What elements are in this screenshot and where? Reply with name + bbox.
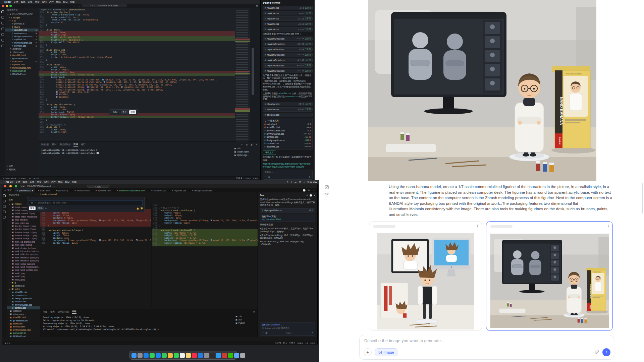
menu-view[interactable]: 查看 [35, 0, 40, 4]
file-chip[interactable]: #myWorkDetail.css+16 -16已应用 [263, 53, 313, 57]
tree-item[interactable]: ▣ detail_content_3.png [7, 212, 40, 215]
tree-item[interactable]: ▣ logo_union.svg [7, 221, 40, 224]
tree-item[interactable]: ▣ myWorkDetail.html [7, 328, 40, 331]
generated-image-card-1[interactable]: ⤓ [369, 221, 482, 331]
menu-file[interactable]: 文件 [15, 180, 20, 184]
file-chip[interactable]: #styles/portfolio.css+1 -1 [260, 208, 315, 213]
zoom-window-button[interactable] [15, 185, 17, 187]
dock-icon-wechat[interactable] [228, 353, 233, 358]
send-icon[interactable]: ➤ [309, 176, 311, 178]
tree-item[interactable]: # aboutMe.css M [5, 28, 39, 32]
editor-tab[interactable]: # myWork.html [72, 188, 93, 192]
search-icon[interactable]: ⌕ [304, 181, 305, 183]
split-terminal-icon[interactable]: ⧉ [246, 143, 248, 146]
tree-item[interactable]: # quick-push.sh [5, 69, 39, 72]
dock-icon-vscode[interactable] [216, 353, 221, 358]
menu-terminal[interactable]: 终端 [56, 0, 61, 4]
file-chip[interactable]: #aboutMe.css+26 -0已应用 [263, 107, 313, 112]
menu-run[interactable]: 运行 [51, 180, 55, 184]
close-window-button[interactable] [4, 185, 6, 187]
file-chip[interactable]: #myWork.css+15 -3已应用 [263, 22, 313, 26]
prev-diff-icon[interactable]: ↑ [111, 111, 112, 113]
changed-file-row[interactable]: #aboutMe.html+4 -4 [264, 126, 311, 129]
tree-item[interactable]: # myWork.css 1, M [5, 38, 39, 41]
changed-file-row[interactable]: #myWorkDetail.html+6 -6 [264, 129, 311, 132]
dock-icon-trash[interactable] [240, 353, 245, 358]
tree-item[interactable]: ▣ logo_text.svg [7, 218, 40, 221]
new-chat-icon[interactable]: ＋ [306, 194, 308, 197]
cursor-position-label[interactable]: 行 273，列 1 [275, 342, 287, 345]
editor-tab[interactable]: # common-components.html [115, 188, 149, 192]
menu-run[interactable]: 运行 [49, 0, 54, 4]
explorer-icon[interactable] [1, 10, 4, 13]
tree-item[interactable]: ▣ work_research_part1.png [7, 256, 40, 259]
tree-item[interactable]: ▣ work_social_app.png [7, 262, 40, 265]
dock-icon-maps[interactable] [162, 353, 167, 358]
file-chip[interactable]: #myWorkDetail.css+14 -14已应用 [263, 37, 313, 41]
file-chip[interactable]: #myWorkDetail.css+5 -9已应用 [263, 47, 313, 52]
dock-icon-calendar[interactable] [180, 353, 185, 358]
tree-item[interactable]: ▣ work2.png [7, 275, 40, 278]
terminal-session[interactable]: ▣zsh [234, 146, 254, 150]
terminal-session[interactable]: ▣zsh [235, 314, 256, 318]
file-chip[interactable]: #myWorkDetail.css+18 -18已应用 [263, 42, 313, 46]
tree-item[interactable]: ▣ work_design_tool.png [7, 246, 40, 249]
feishu-link[interactable]: https://hznm6odgvc6v.feishu.cn/wiki/YzLY… [263, 163, 313, 168]
tree-item[interactable]: ▣ myWorkDetail.css [7, 303, 40, 306]
terminal-output[interactable]: yashonzhang@Mac V1-1-20250609-local-styl… [39, 147, 260, 156]
generated-image-sora-boy[interactable] [377, 233, 474, 329]
tab-preview[interactable]: ◎预览 [2, 188, 14, 192]
encoding-label[interactable]: UTF-8 [298, 342, 304, 344]
tree-item[interactable]: ⌄ # styles [5, 25, 39, 28]
app-menu[interactable]: Qoder [4, 1, 11, 3]
menu-goto[interactable]: 转到 [44, 180, 48, 184]
tree-item[interactable]: ▣ work_wind_website.png [7, 268, 40, 272]
trash-icon[interactable]: 🗑 [251, 143, 253, 146]
model-auto-selector[interactable]: Auto ⌄ [286, 331, 293, 334]
tree-item[interactable]: ▣ work_reflection_app.png [7, 253, 40, 256]
breadcrumb[interactable]: styles› #aboutMe.css› .danmaku-section [39, 8, 235, 11]
editor-tab[interactable]: # index.html [36, 188, 54, 192]
menu-window[interactable]: 窗口 [63, 0, 68, 4]
project-search-pill[interactable]: ⌕ V1-1-20250609-local-styles [82, 4, 127, 7]
mcp-mode-chip[interactable]: @Builder with MCP ⌄ [262, 323, 313, 326]
download-icon[interactable]: ⤓ [607, 224, 609, 228]
changed-file-row[interactable]: #index.html+2 -2 [264, 123, 311, 126]
dock-icon-finder[interactable] [131, 353, 137, 358]
editor-tab[interactable]: # common.css [149, 188, 169, 192]
tree-item[interactable]: ▣ timeline_image_10.png [7, 231, 40, 234]
next-diff-icon[interactable]: ↓ [119, 111, 120, 113]
code-editor[interactable]: styles› #aboutMe.css› .danmaku-section 2… [39, 8, 235, 141]
close-panel-icon[interactable]: ✕ [256, 143, 258, 146]
tree-item[interactable]: # .gitignore [5, 47, 39, 50]
file-link[interactable]: aboutMe.css [279, 92, 291, 95]
tree-item[interactable]: ⌄ # V1-1-20250609-LOCAL-STYLES [5, 13, 39, 16]
tree-item[interactable]: # myWorkDetail.css M [5, 41, 39, 44]
tree-item[interactable]: ▣ .gitignore [7, 309, 40, 312]
tree-item[interactable]: ▣ .gitmessage [7, 313, 40, 316]
indent-label[interactable]: 空格:4 [236, 177, 242, 180]
panel-tab-output[interactable]: 输出 [52, 143, 56, 146]
tree-item[interactable]: › # images [5, 16, 39, 19]
tree-item[interactable]: ▣ portfolio.js [7, 284, 40, 287]
menu-edit[interactable]: 编辑 [22, 180, 27, 184]
panel-tab-problems[interactable]: 问题1 [41, 143, 49, 146]
input-method-icon[interactable]: 拼 [299, 180, 301, 184]
terminal-session[interactable]: ▣Python [235, 321, 256, 324]
panel-tab-terminal[interactable]: 终端 [73, 143, 78, 146]
accept-button[interactable]: 接受 [29, 206, 36, 210]
dock-icon-facetime[interactable] [174, 353, 179, 358]
tree-item[interactable]: # myWorkDetail.html [5, 66, 39, 69]
tree-item[interactable]: ▣ work_aigc_kv.png [7, 243, 40, 246]
menu-terminal[interactable]: 终端 [58, 180, 62, 184]
dock-icon-terminal[interactable] [210, 353, 215, 358]
edit-message-icon[interactable] [325, 185, 329, 189]
dock-icon-folder[interactable] [234, 353, 239, 358]
bluetooth-icon[interactable]: ᛒ [291, 181, 292, 183]
close-panel-icon[interactable]: ✕ [253, 311, 255, 313]
accept-button[interactable]: 采纳 [129, 110, 136, 114]
add-context-icon[interactable]: ＋ [265, 175, 267, 178]
encoding-label[interactable]: UTF-8 [245, 177, 251, 180]
file-chip[interactable]: #myWork.css+12 -12已应用 [263, 16, 313, 21]
tree-item[interactable]: ▣ work_wind_miniprogram.p.. [7, 265, 40, 268]
